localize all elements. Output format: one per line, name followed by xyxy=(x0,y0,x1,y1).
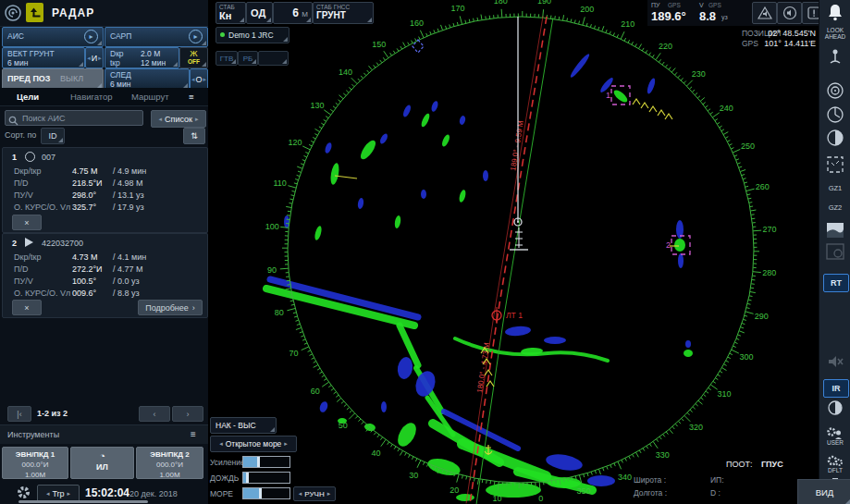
pred-pos-button[interactable]: ПРЕД ПОЗ ВЫКЛ xyxy=(2,68,104,90)
pager-first-button[interactable]: |‹ xyxy=(7,406,31,422)
radar-display[interactable]: 0102030405060708090100110120130140150160… xyxy=(208,0,819,504)
sea-slider[interactable] xyxy=(242,487,290,499)
guard-zone-1-button[interactable]: GZ1 xyxy=(819,185,850,191)
target-card-2[interactable]: 2 422032700 Dкр/tкр4.73 М/ 4.1 мин П/D27… xyxy=(2,233,208,318)
user-settings-button[interactable]: USER xyxy=(819,427,850,446)
right-arrow-icon: ▸ xyxy=(98,55,102,62)
environment-stepper[interactable]: ◂ Открытое море ▸ xyxy=(210,436,297,452)
parallel-index-button[interactable]: ◔ ИЛ xyxy=(70,447,134,479)
vector-mode-stepper[interactable]: ◂И▸ xyxy=(85,47,104,68)
chart-overlay-alt-button[interactable] xyxy=(819,243,850,260)
horizontal-scrollbar[interactable] xyxy=(18,500,148,503)
svg-text:320: 320 xyxy=(689,423,703,432)
stabilization-dropdown[interactable]: СТАБ Кн xyxy=(216,2,246,24)
list-button-label: Список xyxy=(165,115,192,124)
rt-button[interactable]: RT xyxy=(823,274,849,292)
sort-order-button[interactable]: ⇅ xyxy=(183,128,205,144)
search-input[interactable] xyxy=(5,110,143,126)
arpa-panel-button[interactable]: САРП ▸ xyxy=(105,27,208,47)
row-value1: 4.73 М xyxy=(72,252,113,262)
tab-navigator[interactable]: Навигатор xyxy=(70,92,113,102)
track-label: СЛЕД xyxy=(110,70,131,80)
svg-text:110: 110 xyxy=(274,178,287,188)
range-scale-dropdown[interactable]: 6 М xyxy=(273,2,313,24)
blank-mode-button[interactable] xyxy=(258,51,289,66)
remove-target-button[interactable]: × xyxy=(12,300,42,315)
pager-prev-button[interactable]: ‹ xyxy=(139,406,170,422)
default-settings-button[interactable]: DFLT xyxy=(819,455,850,473)
ebl-vrm-1-button[interactable]: ЭВН/ПКД 1 000.0°И 1.00М xyxy=(2,447,68,479)
row-value2: / 4.1 мин xyxy=(113,252,203,262)
right-toolbar: LOOK AHEAD GZ1 GZ2 RT IR xyxy=(819,0,850,504)
rb-button[interactable]: РБ xyxy=(238,51,258,66)
cpa-tcpa-button[interactable]: Dкр 2.0 М tкр 12 мин xyxy=(105,47,179,68)
radar-ppi[interactable]: 0102030405060708090100110120130140150160… xyxy=(208,0,819,504)
view-dropdown[interactable]: ВИД xyxy=(797,479,850,504)
row-label: ПУ/V xyxy=(14,277,72,286)
alarm-bell-button[interactable] xyxy=(819,3,850,21)
manual-auto-stepper[interactable]: ◂ РУЧН ▸ xyxy=(293,486,336,501)
target-index: 1 xyxy=(12,153,17,162)
track-mode-stepper[interactable]: ◂О▸ xyxy=(190,68,208,90)
tool-label: ЭВН/ПКД 1 xyxy=(3,449,68,460)
audio-alarm-button[interactable] xyxy=(777,2,802,24)
pulse-mode-dropdown[interactable]: ОД xyxy=(246,2,273,24)
ebl-button[interactable] xyxy=(819,105,850,124)
sort-field-dropdown[interactable]: ID xyxy=(41,128,65,144)
search-icon xyxy=(8,113,18,129)
rain-slider[interactable] xyxy=(242,472,290,484)
gain-slider[interactable] xyxy=(242,456,290,468)
mute-button[interactable] xyxy=(819,353,850,370)
ir-button[interactable]: IR xyxy=(823,379,849,398)
track-button[interactable]: СЛЕД 6 мин xyxy=(105,68,190,90)
pred-pos-label: ПРЕД ПОЗ xyxy=(7,74,51,83)
gtv-button[interactable]: ГТВ xyxy=(216,51,238,66)
look-ahead-button[interactable]: LOOK AHEAD xyxy=(819,27,850,40)
sea-mode-dropdown[interactable]: НАК - ВЫС xyxy=(210,417,277,434)
tab-targets[interactable]: Цели xyxy=(17,92,39,102)
svg-text:40: 40 xyxy=(372,449,381,458)
rb-label: РБ xyxy=(243,55,253,63)
right-arrow-icon: ▸ xyxy=(327,490,331,498)
brilliance-button[interactable] xyxy=(819,400,850,416)
trp-label: Trp xyxy=(52,489,64,498)
row-value1: 4.75 М xyxy=(72,166,113,176)
pager-next-button[interactable]: › xyxy=(172,406,203,422)
left-arrow-icon: ◂ xyxy=(219,440,223,448)
sog-source: GPS xyxy=(708,2,721,8)
day-night-button[interactable] xyxy=(819,129,850,147)
tab-menu-icon[interactable]: ≡ xyxy=(189,92,194,102)
vector-ground-button[interactable]: ВЕКТ ГРУНТ 6 мин xyxy=(2,47,85,68)
trial-off-button[interactable]: Ж OFF xyxy=(179,47,208,68)
acquisition-zone-button[interactable] xyxy=(819,155,850,174)
remove-target-button[interactable]: × xyxy=(12,215,42,230)
tcpa-label: tкр xyxy=(110,58,120,68)
tab-route[interactable]: Маршрут xyxy=(131,92,169,102)
poot-value: ГПУС xyxy=(761,460,783,469)
ais-panel-button[interactable]: АИС ▸ xyxy=(2,27,104,47)
demo-source-dropdown[interactable]: Demo 1 JRC xyxy=(216,27,289,43)
list-button[interactable]: ◂ Список ▸ xyxy=(151,110,206,128)
svg-text:290: 290 xyxy=(755,312,769,321)
range-rings-button[interactable] xyxy=(819,81,850,100)
stab-source-dropdown[interactable]: СТАБ ГНСС ГРУНТ xyxy=(313,2,374,24)
chart-overlay-button[interactable] xyxy=(819,222,850,239)
svg-text:330: 330 xyxy=(656,450,670,460)
details-button[interactable]: Подробнее› xyxy=(138,300,203,315)
back-arrow-button[interactable] xyxy=(26,3,43,22)
stab-label: СТАБ xyxy=(216,3,245,10)
ais-target-icon xyxy=(25,238,33,247)
ebl-vrm-2-button[interactable]: ЭВН/ПКД 2 000.0°И 1.00М xyxy=(136,447,203,479)
pred-pos-value: ВЫКЛ xyxy=(60,74,83,83)
tools-menu-icon[interactable]: ≡ xyxy=(191,429,196,439)
guard-zone-2-button[interactable]: GZ2 xyxy=(819,204,850,211)
row-label: О. КУРС/О. Vл xyxy=(14,203,72,212)
tool-range: 1.00М xyxy=(137,470,203,480)
left-arrow-icon: ◂ xyxy=(159,116,163,123)
alarm-mute-button[interactable] xyxy=(752,2,777,24)
sog-label: V xyxy=(699,2,704,8)
map-dimmed-icon xyxy=(826,243,844,260)
target-card-1[interactable]: 1 007 Dкр/tкр4.75 М/ 4.9 мин П/D218.5°И/… xyxy=(2,147,208,233)
ship-offset-button[interactable] xyxy=(819,48,850,67)
joystick-icon xyxy=(827,48,844,67)
